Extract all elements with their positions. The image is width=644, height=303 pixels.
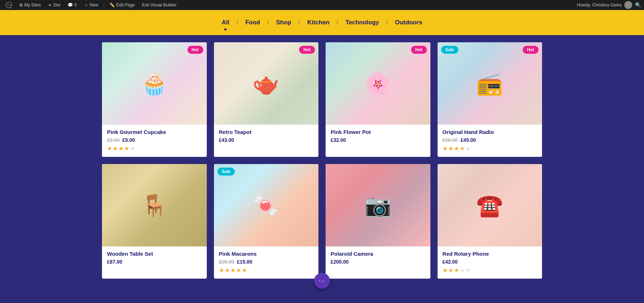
my-sites-button[interactable]: ⊞ My Sites: [16, 0, 44, 10]
product-card-p5[interactable]: 🪑Wooden Table Set£87.00: [102, 164, 207, 279]
price-original: £56.00: [443, 137, 458, 143]
product-title: Polaroid Camera: [331, 251, 425, 257]
product-image-p6: 🍬: [214, 164, 319, 246]
star-filled: ★: [118, 145, 123, 152]
wp-logo-button[interactable]: [3, 0, 15, 10]
product-card-p8[interactable]: ☎️Red Rotary Phone£42.00★★★★★: [438, 164, 542, 279]
admin-bar-right: Howdy, Christina Gwira 🔍: [577, 1, 641, 9]
nav-item-technology[interactable]: Technology: [338, 16, 386, 29]
price-original: £3.00: [107, 137, 119, 143]
badge-hot: Hot: [411, 46, 427, 54]
product-title: Retro Teapot: [219, 129, 314, 135]
product-card-p4[interactable]: 📻SaleHotOriginal Hand Radio£56.00£45.00★…: [438, 42, 542, 157]
star-filled: ★: [225, 267, 230, 274]
category-nav: All/Food/Shop/Kitchen/Technology/Outdoor…: [0, 10, 644, 35]
star-filled: ★: [443, 267, 448, 274]
star-filled: ★: [443, 145, 448, 152]
star-rating: ★★★★★: [107, 145, 202, 152]
product-image-p5: 🪑: [102, 164, 207, 246]
star-empty: ★: [460, 267, 465, 274]
badge-hot: Hot: [523, 46, 538, 54]
product-image-p2: 🫖: [214, 42, 319, 125]
edit-page-button[interactable]: ✏️ Edit Page: [107, 0, 138, 10]
comment-icon: 💬: [68, 3, 73, 8]
product-grid: 🧁HotPink Gourmet Cupcake£3.00£5.00★★★★★🫖…: [0, 35, 644, 286]
product-image-p7: 📷: [326, 164, 430, 246]
star-rating: ★★★★★: [443, 267, 537, 274]
sites-icon: ⊞: [19, 3, 23, 8]
pencil-icon: ✏️: [109, 3, 115, 8]
product-title: Wooden Table Set: [107, 251, 202, 257]
star-filled: ★: [219, 267, 224, 274]
separator: |: [103, 3, 104, 8]
user-greeting: Howdy, Christina Gwira: [577, 3, 621, 8]
product-image-p4: 📻: [438, 42, 542, 125]
star-filled: ★: [454, 267, 459, 274]
nav-item-kitchen[interactable]: Kitchen: [300, 16, 337, 29]
star-filled: ★: [124, 145, 129, 152]
product-card-p1[interactable]: 🧁HotPink Gourmet Cupcake£3.00£5.00★★★★★: [102, 42, 207, 157]
new-button[interactable]: ＋ New: [81, 0, 101, 10]
comments-button[interactable]: 💬 0: [65, 0, 80, 10]
star-filled: ★: [460, 145, 465, 152]
product-image-p8: ☎️: [438, 164, 542, 246]
price-regular: £42.00: [443, 259, 458, 265]
star-empty: ★: [465, 145, 470, 152]
price-sale: £5.00: [122, 137, 135, 143]
star-filled: ★: [448, 267, 453, 274]
product-title: Red Rotary Phone: [443, 251, 537, 257]
main-content: All/Food/Shop/Kitchen/Technology/Outdoor…: [0, 10, 644, 286]
price-sale: £45.00: [460, 137, 476, 143]
badge-hot: Hot: [299, 46, 315, 54]
divi-button[interactable]: ✦ Divi: [45, 0, 63, 10]
nav-item-all[interactable]: All: [214, 16, 236, 29]
nav-item-shop[interactable]: Shop: [269, 16, 299, 29]
divi-icon: ✦: [48, 3, 52, 8]
price-original: £25.00: [219, 259, 234, 265]
price-regular: £87.00: [107, 259, 122, 265]
star-filled: ★: [242, 267, 247, 274]
star-rating: ★★★★★: [219, 267, 314, 274]
price-regular: £43.00: [219, 137, 234, 143]
star-filled: ★: [454, 145, 459, 152]
product-card-p3[interactable]: 🌸HotPink Flower Pot£32.00: [326, 42, 430, 157]
product-title: Pink Gourmet Cupcake: [107, 129, 202, 135]
product-card-p2[interactable]: 🫖HotRetro Teapot£43.00: [214, 42, 319, 157]
product-image-p3: 🌸: [326, 42, 430, 125]
product-image-p1: 🧁: [102, 42, 207, 125]
product-title: Pink Flower Pot: [331, 129, 425, 135]
product-title: Original Hand Radio: [443, 129, 537, 135]
fab-button[interactable]: ···: [314, 273, 330, 289]
product-title: Pink Macarons: [219, 251, 314, 257]
product-card-p7[interactable]: 📷Polaroid Camera£200.00: [326, 164, 430, 279]
star-empty: ★: [465, 267, 470, 274]
avatar: [624, 1, 632, 9]
badge-hot: Hot: [187, 46, 203, 54]
star-filled: ★: [107, 145, 112, 152]
fab-dots: ···: [319, 277, 325, 285]
product-card-p6[interactable]: 🍬SalePink Macarons£25.00£15.00★★★★★: [214, 164, 319, 279]
search-icon[interactable]: 🔍: [635, 2, 641, 8]
admin-bar: ⊞ My Sites ✦ Divi 💬 0 ＋ New | ✏️ Edit Pa…: [0, 0, 644, 10]
price-sale: £15.00: [237, 259, 252, 265]
star-empty: ★: [130, 145, 135, 152]
price-regular: £32.00: [331, 137, 346, 143]
star-filled: ★: [236, 267, 241, 274]
exit-builder-button[interactable]: Exit Visual Builder: [139, 0, 180, 10]
plus-icon: ＋: [84, 2, 88, 8]
star-filled: ★: [448, 145, 453, 152]
badge-sale: Sale: [441, 46, 459, 54]
nav-item-outdoors[interactable]: Outdoors: [388, 16, 430, 29]
nav-item-food[interactable]: Food: [238, 16, 268, 29]
star-filled: ★: [230, 267, 235, 274]
star-filled: ★: [113, 145, 118, 152]
star-rating: ★★★★★: [443, 145, 537, 152]
badge-sale: Sale: [218, 168, 235, 175]
price-regular: £200.00: [331, 259, 349, 265]
